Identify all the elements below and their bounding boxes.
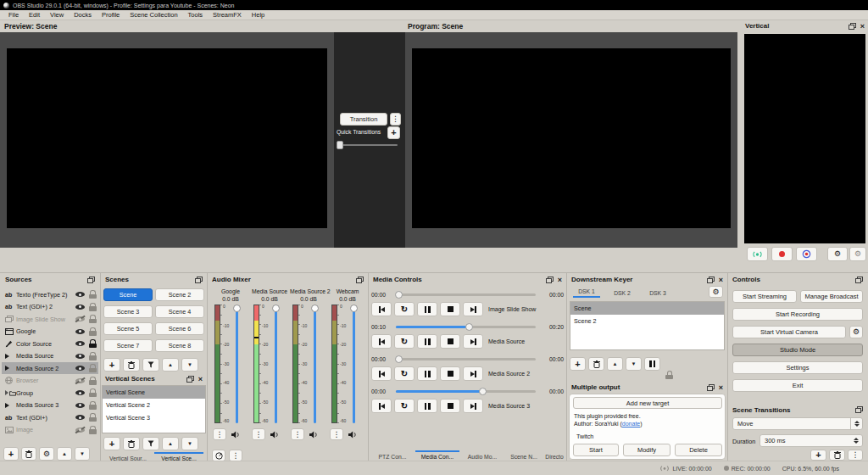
lock-locked-icon[interactable] [89, 339, 97, 348]
dsk-move-up-button[interactable]: ▲ [607, 357, 623, 371]
float-panel-icon[interactable] [356, 277, 364, 283]
previous-button[interactable] [371, 399, 392, 413]
scene-button[interactable]: Scene 8 [155, 339, 204, 352]
move-source-up-button[interactable]: ▲ [57, 447, 72, 461]
lock-icon[interactable] [89, 303, 97, 311]
seek-handle[interactable] [465, 323, 473, 331]
eye-icon[interactable] [75, 353, 85, 360]
dsk-pause-button[interactable] [644, 357, 660, 371]
seek-track[interactable] [396, 326, 536, 328]
audio-mixer-header[interactable]: Audio Mixer [209, 274, 367, 285]
vertical-scenes-header[interactable]: Vertical Scenes × [102, 373, 206, 384]
volume-slider[interactable] [348, 305, 359, 423]
output-modify-button[interactable]: Modify [623, 444, 670, 456]
output-delete-button[interactable]: Delete [675, 444, 722, 456]
scene-button[interactable]: Scene 7 [103, 339, 153, 352]
move-vertical-scene-up-button[interactable]: ▲ [162, 437, 179, 450]
move-vertical-scene-down-button[interactable]: ▼ [181, 437, 198, 450]
vertical-canvas[interactable] [744, 34, 865, 243]
duration-spinner[interactable] [851, 435, 860, 446]
restart-button[interactable]: ↻ [394, 399, 415, 413]
vertical-scene-row[interactable]: Vertical Scene 2 [103, 399, 205, 411]
eye-slash-icon[interactable] [75, 427, 85, 433]
duration-field[interactable]: 300 ms [760, 434, 863, 447]
pause-button[interactable] [417, 399, 437, 413]
downstream-keyer-header[interactable]: Downstream Keyer × [568, 274, 726, 285]
source-row[interactable]: ab Texto (FreeType 2) [2, 288, 98, 300]
dsk-settings-button[interactable]: ⚙ [709, 286, 723, 298]
add-transition-button[interactable]: + [810, 450, 826, 461]
eye-icon[interactable] [75, 402, 85, 409]
close-icon[interactable]: × [198, 376, 203, 383]
pause-button[interactable] [417, 366, 437, 381]
channel-menu-button[interactable]: ⋮ [330, 428, 343, 440]
volume-slider-handle[interactable] [311, 305, 319, 312]
add-new-target-button[interactable]: Add new target [573, 397, 722, 409]
volume-slider[interactable] [270, 305, 281, 423]
close-icon[interactable]: × [860, 23, 865, 30]
program-canvas[interactable] [412, 48, 731, 228]
add-vertical-scene-button[interactable]: + [103, 437, 120, 450]
next-button[interactable] [463, 302, 483, 316]
volume-slider[interactable] [309, 305, 320, 423]
transition-menu-button[interactable]: ⋮ [390, 113, 401, 126]
remove-transition-button[interactable] [829, 450, 845, 461]
title-bar[interactable]: OBS Studio 29.0.1 (64-bit, windows) - Pr… [0, 0, 868, 10]
transition-button[interactable]: Transition [340, 113, 387, 126]
seek-track[interactable] [396, 358, 536, 360]
next-button[interactable] [463, 334, 483, 349]
volume-slider-handle[interactable] [350, 305, 358, 312]
dsk-remove-button[interactable] [588, 357, 604, 371]
sources-header[interactable]: Sources [2, 274, 98, 285]
eye-icon[interactable] [75, 291, 85, 298]
remove-vertical-scene-button[interactable] [123, 437, 140, 450]
vertical-settings-button[interactable]: ⚙ [849, 247, 866, 261]
seek-track[interactable] [396, 293, 536, 296]
scene-button-selected[interactable]: Scene [103, 288, 153, 301]
divider[interactable] [368, 273, 369, 461]
source-row[interactable]: ab Text (GDI+) 2 [2, 301, 98, 313]
lock-icon[interactable] [89, 290, 97, 299]
float-panel-icon[interactable] [87, 277, 95, 283]
source-row[interactable]: Color Source [2, 338, 98, 349]
menu-docks[interactable]: Docks [69, 11, 97, 19]
vertical-config-button[interactable]: ⚙ [827, 247, 848, 261]
vertical-dock-header[interactable]: Vertical × [742, 20, 868, 31]
donate-link[interactable]: donate [622, 421, 640, 427]
volume-slider[interactable] [231, 305, 242, 423]
eye-icon[interactable] [75, 340, 85, 347]
transition-tbar-track[interactable] [338, 144, 398, 146]
dsk-scene-row[interactable]: Scene 2 [570, 315, 724, 327]
eye-icon[interactable] [75, 414, 85, 421]
close-icon[interactable]: × [719, 384, 723, 391]
eye-slash-icon[interactable] [75, 316, 85, 322]
eye-slash-icon[interactable] [75, 377, 85, 384]
studio-mode-button[interactable]: Studio Mode [732, 344, 863, 356]
pause-button[interactable] [417, 302, 437, 316]
seek-track[interactable] [396, 390, 536, 393]
menu-tools[interactable]: Tools [183, 11, 209, 19]
previous-button[interactable] [371, 334, 392, 349]
source-row-selected[interactable]: Media Source 2 [2, 362, 98, 374]
source-row[interactable]: Image [2, 424, 98, 436]
menu-profile[interactable]: Profile [97, 11, 125, 19]
start-virtual-camera-button[interactable]: Start Virtual Camera [732, 326, 846, 338]
divider[interactable] [566, 273, 567, 461]
lock-icon[interactable] [89, 388, 97, 397]
scene-filters-button[interactable] [142, 358, 159, 372]
next-button[interactable] [463, 366, 483, 381]
next-button[interactable] [463, 399, 483, 413]
lock-icon[interactable] [89, 426, 97, 434]
restart-button[interactable]: ↻ [394, 366, 415, 381]
scene-button[interactable]: Scene 3 [103, 305, 153, 318]
virtual-camera-config-button[interactable]: ⚙ [849, 326, 863, 338]
source-row[interactable]: Media Source 3 [2, 400, 98, 411]
vertical-record-button[interactable] [771, 247, 793, 261]
multiple-output-header[interactable]: Multiple output × [568, 382, 726, 393]
stop-button[interactable] [440, 366, 460, 381]
transition-tbar-handle[interactable] [337, 141, 343, 149]
move-scene-down-button[interactable]: ▼ [181, 358, 198, 372]
speaker-icon[interactable] [309, 431, 319, 439]
preview-canvas[interactable] [7, 48, 327, 228]
tab-dsk2[interactable]: DSK 2 [609, 287, 636, 298]
